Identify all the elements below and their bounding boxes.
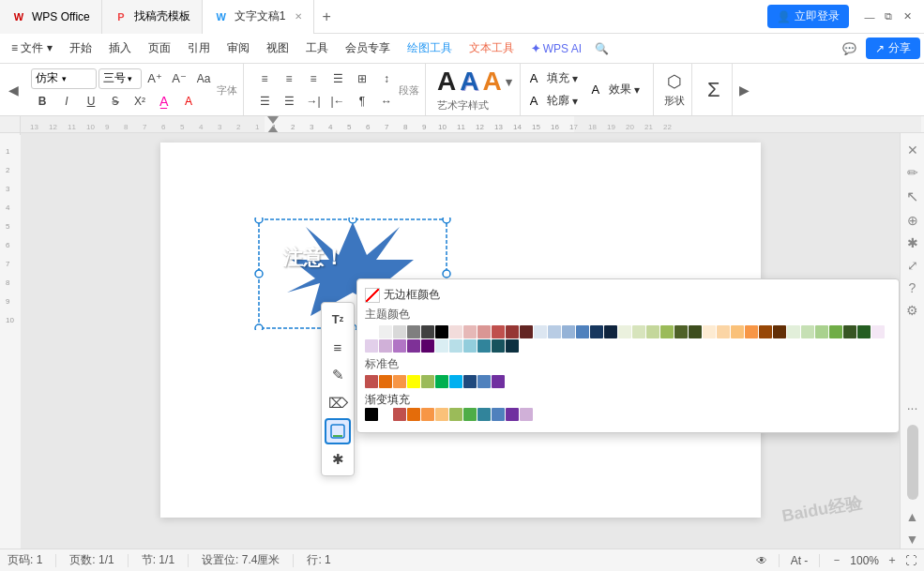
color-cell[interactable] — [407, 408, 420, 421]
font-name-select[interactable]: 仿宋 ▾ — [31, 68, 97, 89]
strikethrough-button[interactable]: S̶ — [104, 91, 127, 112]
color-cell[interactable] — [548, 325, 561, 338]
line-spacing-button[interactable]: ↕ — [375, 68, 398, 89]
sidebar-right-tool-3[interactable]: ↖ — [906, 188, 918, 205]
text-direction-button[interactable]: ⊞ — [351, 68, 373, 89]
color-cell[interactable] — [590, 325, 603, 338]
color-cell[interactable] — [618, 325, 631, 338]
menu-view[interactable]: 视图 — [259, 37, 296, 60]
font-size-select[interactable]: 三号 ▾ — [98, 68, 142, 89]
color-cell[interactable] — [477, 408, 491, 421]
color-cell[interactable] — [449, 375, 462, 388]
color-cell[interactable] — [604, 325, 617, 338]
color-cell[interactable] — [463, 339, 477, 353]
toolbar-collapse-right[interactable]: ▶ — [736, 83, 752, 98]
underline-button[interactable]: U — [80, 91, 102, 112]
zoom-in-button[interactable]: ＋ — [886, 552, 898, 568]
color-cell[interactable] — [773, 325, 786, 338]
menu-home[interactable]: 开始 — [62, 37, 99, 60]
sidebar-right-tool-1[interactable]: ✕ — [907, 143, 918, 158]
color-cell[interactable] — [407, 375, 420, 388]
color-cell[interactable] — [492, 325, 505, 338]
sidebar-right-tool-6[interactable]: ⤢ — [907, 258, 918, 273]
align-left-button[interactable]: ≡ — [253, 68, 276, 89]
color-cell[interactable] — [379, 375, 392, 388]
ft-fill-color-button[interactable] — [325, 418, 351, 444]
color-cell[interactable] — [801, 325, 814, 338]
color-cell[interactable] — [562, 325, 575, 338]
color-cell[interactable] — [463, 325, 477, 338]
scrollbar-thumb[interactable] — [907, 425, 918, 500]
sidebar-right-tool-7[interactable]: ? — [909, 280, 916, 295]
color-cell[interactable] — [674, 325, 688, 338]
color-cell[interactable] — [534, 325, 547, 338]
sidebar-right-tool-4[interactable]: ⊕ — [907, 213, 918, 228]
color-cell[interactable] — [365, 375, 378, 388]
ft-more-button[interactable]: ✱ — [325, 446, 351, 473]
menu-member[interactable]: 会员专享 — [338, 37, 398, 60]
color-cell[interactable] — [449, 408, 462, 421]
scroll-up-button[interactable]: ▲ — [906, 509, 919, 524]
color-cell[interactable] — [492, 408, 505, 421]
color-cell[interactable] — [421, 375, 434, 388]
font-grow-button[interactable]: A⁺ — [144, 68, 166, 89]
color-cell[interactable] — [407, 339, 420, 353]
outline-button[interactable]: 轮廓 ▾ — [539, 91, 585, 112]
sidebar-right-tool-5[interactable]: ✱ — [907, 235, 918, 250]
effect-button[interactable]: 效果 ▾ — [601, 80, 647, 100]
color-cell[interactable] — [731, 325, 744, 338]
color-cell[interactable] — [365, 325, 378, 338]
color-cell[interactable] — [576, 325, 589, 338]
close-button[interactable]: ✕ — [900, 9, 915, 24]
ft-text-button[interactable]: Tz — [325, 306, 351, 332]
align-justify-button[interactable]: ☰ — [326, 68, 349, 89]
art-dropdown-icon[interactable]: ▾ — [506, 75, 512, 89]
color-cell[interactable] — [745, 325, 758, 338]
color-cell[interactable] — [365, 408, 378, 421]
color-cell[interactable] — [365, 339, 378, 353]
color-cell[interactable] — [379, 325, 392, 338]
font-color-button[interactable]: A — [177, 91, 200, 112]
menu-tools[interactable]: 工具 — [298, 37, 336, 60]
color-cell[interactable] — [843, 325, 856, 338]
color-cell[interactable] — [463, 375, 477, 388]
menu-draw-tools[interactable]: 绘图工具 — [400, 37, 460, 60]
art-sample-2[interactable]: A — [460, 67, 478, 97]
menu-page[interactable]: 页面 — [141, 37, 178, 60]
color-cell[interactable] — [463, 408, 477, 421]
indent-decrease-button[interactable]: |← — [326, 91, 349, 112]
align-right-button[interactable]: ≡ — [302, 68, 325, 89]
color-cell[interactable] — [660, 325, 674, 338]
sidebar-right-tool-9[interactable]: ··· — [907, 400, 918, 415]
highlight-button[interactable]: A̲ — [153, 91, 175, 112]
color-cell[interactable] — [421, 408, 434, 421]
menu-file[interactable]: ≡ 文件 ▾ — [4, 37, 60, 60]
menu-insert[interactable]: 插入 — [101, 37, 139, 60]
gradient-section[interactable]: 渐变填充 — [365, 392, 891, 421]
fill-button[interactable]: 填充 ▾ — [539, 68, 585, 89]
color-cell[interactable] — [492, 375, 505, 388]
minimize-button[interactable]: — — [862, 9, 877, 24]
superscript-button[interactable]: X² — [129, 91, 151, 112]
color-cell[interactable] — [477, 339, 491, 353]
color-cell[interactable] — [492, 339, 505, 353]
color-cell[interactable] — [632, 325, 645, 338]
align-center-button[interactable]: ≡ — [278, 68, 300, 89]
share-button[interactable]: ↗ 分享 — [866, 38, 920, 59]
toolbar-collapse-left[interactable]: ◀ — [6, 83, 22, 98]
color-cell[interactable] — [829, 325, 842, 338]
list-bullet-button[interactable]: ☰ — [253, 91, 276, 112]
scroll-down-button[interactable]: ▼ — [906, 532, 919, 547]
color-cell[interactable] — [520, 408, 533, 421]
list-number-button[interactable]: ☰ — [278, 91, 300, 112]
color-cell[interactable] — [421, 325, 434, 338]
color-cell[interactable] — [871, 325, 885, 338]
tab-doc[interactable]: W 文字文稿1 ✕ — [203, 0, 315, 34]
font-shrink-button[interactable]: A⁻ — [168, 68, 190, 89]
color-cell[interactable] — [689, 325, 702, 338]
italic-button[interactable]: I — [55, 91, 78, 112]
ft-delete-button[interactable]: ⌦ — [325, 390, 351, 416]
menu-ref[interactable]: 引用 — [180, 37, 218, 60]
art-sample-1[interactable]: A — [437, 67, 456, 97]
indent-increase-button[interactable]: →| — [302, 91, 325, 112]
